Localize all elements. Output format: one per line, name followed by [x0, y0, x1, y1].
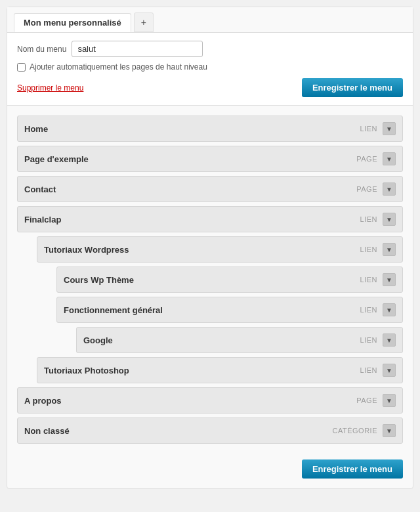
menu-item-type-fonctionnement-general: LIEN	[360, 306, 377, 314]
menu-item-label-tutoriaux-photoshop: Tutoriaux Photoshop	[44, 366, 360, 375]
menu-item-label-finalclap: Finalclap	[24, 215, 360, 224]
menu-item-expand-tutoriaux-wordpress[interactable]: ▼	[383, 243, 396, 256]
menu-item-type-tutoriaux-wordpress: LIEN	[360, 245, 377, 253]
menu-item-type-cours-wp-theme: LIEN	[360, 276, 377, 284]
menu-form: Nom du menu Ajouter automatiquement les …	[7, 33, 413, 106]
bottom-row: Enregistrer le menu	[7, 454, 413, 479]
menu-item-tutoriaux-wordpress[interactable]: Tutoriaux WordpressLIEN▼	[37, 236, 403, 263]
menu-item-expand-cours-wp-theme[interactable]: ▼	[383, 273, 396, 286]
menu-item-expand-tutoriaux-photoshop[interactable]: ▼	[383, 364, 396, 377]
active-tab[interactable]: Mon menu personnalisé	[14, 13, 131, 32]
menu-item-label-fonctionnement-general: Fonctionnement général	[64, 305, 360, 315]
menu-item-type-tutoriaux-photoshop: LIEN	[360, 366, 377, 374]
auto-add-label: Ajouter automatiquement les pages de hau…	[30, 62, 207, 72]
menu-item-label-tutoriaux-wordpress: Tutoriaux Wordpress	[44, 245, 360, 255]
menu-item-finalclap[interactable]: FinalclapLIEN▼	[17, 206, 403, 232]
menu-item-expand-fonctionnement-general[interactable]: ▼	[383, 303, 396, 316]
auto-add-checkbox[interactable]	[17, 63, 26, 72]
menu-editor-container: Mon menu personnalisé + Nom du menu Ajou…	[7, 7, 413, 489]
menu-item-expand-page-exemple[interactable]: ▼	[383, 152, 396, 165]
menu-item-expand-finalclap[interactable]: ▼	[383, 213, 396, 226]
menu-item-a-propos[interactable]: A proposPAGE▼	[17, 387, 403, 414]
save-menu-button-top[interactable]: Enregistrer le menu	[302, 78, 403, 97]
menu-item-expand-non-classe[interactable]: ▼	[383, 424, 396, 437]
menu-name-row: Nom du menu	[17, 41, 403, 57]
menu-item-expand-a-propos[interactable]: ▼	[383, 394, 396, 407]
menu-item-tutoriaux-photoshop[interactable]: Tutoriaux PhotoshopLIEN▼	[37, 357, 403, 383]
menu-item-non-classe[interactable]: Non classéCATÉGORIE▼	[17, 417, 403, 444]
menu-item-label-a-propos: A propos	[24, 396, 356, 406]
menu-item-label-google: Google	[83, 335, 360, 345]
menu-item-label-non-classe: Non classé	[24, 426, 333, 436]
tab-bar: Mon menu personnalisé +	[7, 7, 413, 33]
menu-name-input[interactable]	[72, 41, 203, 57]
menu-item-page-exemple[interactable]: Page d'exemplePAGE▼	[17, 146, 403, 172]
add-tab-button[interactable]: +	[134, 12, 154, 32]
menu-item-label-contact: Contact	[24, 184, 356, 194]
menu-item-contact[interactable]: ContactPAGE▼	[17, 176, 403, 202]
save-menu-button-bottom[interactable]: Enregistrer le menu	[302, 459, 403, 479]
menu-item-type-page-exemple: PAGE	[356, 155, 377, 163]
delete-menu-link[interactable]: Supprimer le menu	[17, 83, 83, 93]
menu-item-fonctionnement-general[interactable]: Fonctionnement généralLIEN▼	[56, 297, 403, 323]
menu-item-type-google: LIEN	[360, 336, 377, 344]
menu-name-label: Nom du menu	[17, 45, 66, 54]
auto-add-row: Ajouter automatiquement les pages de hau…	[17, 62, 403, 72]
menu-item-type-finalclap: LIEN	[360, 215, 377, 223]
menu-list: HomeLIEN▼Page d'exemplePAGE▼ContactPAGE▼…	[7, 106, 413, 454]
menu-item-label-cours-wp-theme: Cours Wp Thème	[64, 275, 360, 285]
menu-item-type-a-propos: PAGE	[356, 396, 377, 404]
menu-item-type-home: LIEN	[360, 125, 377, 133]
menu-item-google[interactable]: GoogleLIEN▼	[76, 327, 403, 353]
menu-item-label-home: Home	[24, 124, 360, 134]
menu-item-expand-home[interactable]: ▼	[383, 122, 396, 135]
menu-item-type-contact: PAGE	[356, 185, 377, 193]
menu-item-expand-google[interactable]: ▼	[383, 333, 396, 347]
menu-item-cours-wp-theme[interactable]: Cours Wp ThèmeLIEN▼	[56, 267, 403, 293]
menu-item-type-non-classe: CATÉGORIE	[333, 427, 377, 435]
action-row: Supprimer le menu Enregistrer le menu	[17, 78, 403, 97]
menu-item-expand-contact[interactable]: ▼	[383, 182, 396, 196]
menu-item-home[interactable]: HomeLIEN▼	[17, 116, 403, 142]
menu-item-label-page-exemple: Page d'exemple	[24, 154, 356, 164]
